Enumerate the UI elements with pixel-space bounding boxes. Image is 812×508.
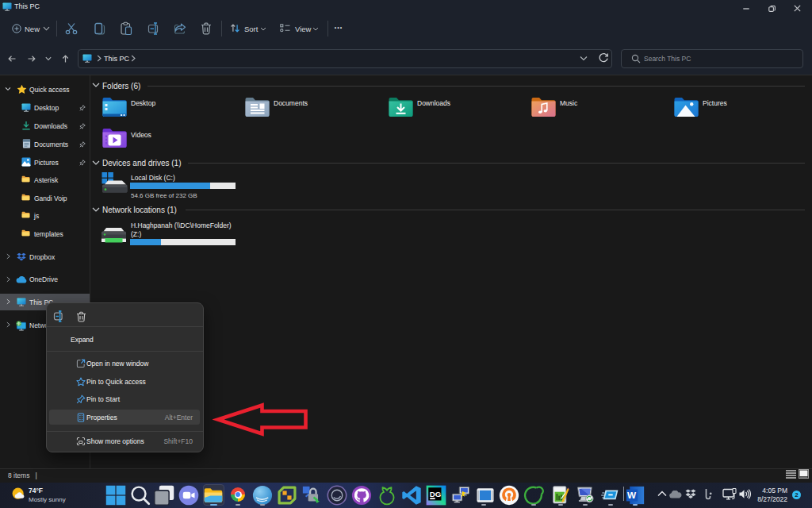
- svg-text:DG: DG: [430, 490, 442, 498]
- svg-text:W: W: [627, 490, 637, 500]
